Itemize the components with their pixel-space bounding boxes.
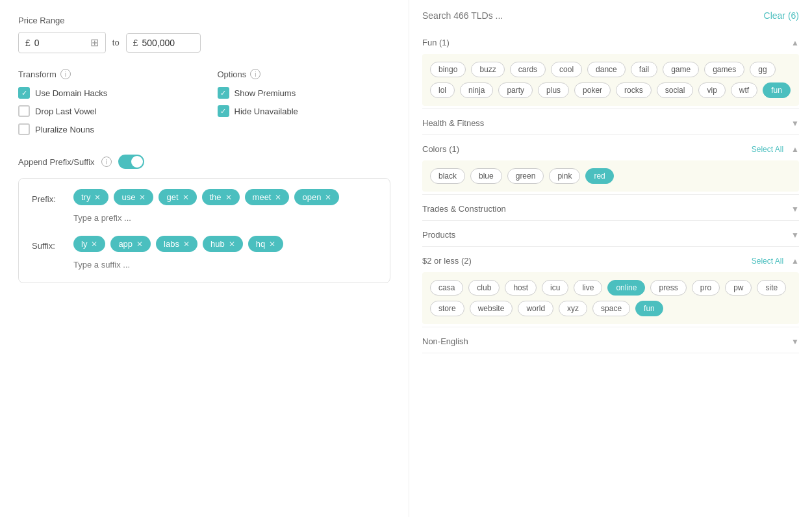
tld-tag-online[interactable]: online (607, 280, 645, 296)
s2orless-select-all-button[interactable]: Select All (752, 257, 783, 266)
tld-section-s2orless-header[interactable]: $2 or less (2) Select All ▲ (422, 249, 799, 272)
grid-icon[interactable]: ⊞ (90, 36, 99, 49)
tld-tag-website[interactable]: website (470, 301, 513, 316)
suffix-tag-labs-remove[interactable]: ✕ (183, 240, 190, 249)
tld-tag-pw[interactable]: pw (725, 280, 752, 296)
tld-tag-cool[interactable]: cool (551, 62, 582, 77)
suffix-tag-hub[interactable]: hub ✕ (203, 236, 243, 252)
tld-tag-poker[interactable]: poker (574, 82, 611, 98)
suffix-tag-hq[interactable]: hq ✕ (248, 236, 283, 252)
prefix-tag-open-remove[interactable]: ✕ (325, 193, 331, 202)
transform-col: Transform i Use Domain Hacks Drop Last V… (18, 69, 192, 142)
suffix-tag-labs[interactable]: labs ✕ (156, 236, 197, 252)
prefix-tag-open[interactable]: open ✕ (294, 189, 339, 205)
checkbox-show-premiums[interactable]: Show Premiums (218, 87, 391, 99)
prefix-suffix-box: Prefix: try ✕ use ✕ get ✕ the ✕ meet ✕ o… (18, 178, 390, 283)
right-panel: Clear (6) Fun (1) ▲ bingo buzz cards coo… (409, 0, 812, 517)
checkbox-drop-vowel-label: Drop Last Vowel (35, 107, 97, 116)
prefix-tag-the-remove[interactable]: ✕ (225, 193, 232, 202)
checkbox-hide-unavailable[interactable]: Hide Unavailable (218, 105, 391, 117)
checkbox-pluralize[interactable]: Pluralize Nouns (18, 123, 192, 135)
suffix-tag-ly[interactable]: ly ✕ (73, 236, 105, 252)
prefix-tag-use[interactable]: use ✕ (114, 189, 153, 205)
tld-tag-club[interactable]: club (468, 280, 500, 296)
transform-info-icon[interactable]: i (60, 69, 71, 79)
tld-tag-casa[interactable]: casa (430, 280, 463, 296)
tld-tag-space[interactable]: space (592, 301, 630, 316)
tld-tag-bingo[interactable]: bingo (430, 62, 466, 77)
prefix-tag-get-remove[interactable]: ✕ (183, 193, 189, 202)
tld-tag-store[interactable]: store (430, 301, 464, 316)
tld-section-health-header[interactable]: Health & Fitness ▼ (422, 112, 799, 134)
tld-section-trades-title: Trades & Construction (422, 204, 506, 214)
tld-tag-wtf[interactable]: wtf (731, 82, 757, 98)
tld-tag-world[interactable]: world (518, 301, 553, 316)
prefix-tag-try-remove[interactable]: ✕ (94, 193, 101, 202)
tld-tag-game[interactable]: game (663, 62, 699, 77)
tld-tag-plus[interactable]: plus (538, 82, 569, 98)
tld-tag-games[interactable]: games (704, 62, 744, 77)
tld-tag-live[interactable]: live (574, 280, 602, 296)
suffix-tag-hub-remove[interactable]: ✕ (229, 240, 235, 249)
tld-tag-social[interactable]: social (657, 82, 694, 98)
checkbox-domain-hacks-box[interactable] (18, 87, 30, 99)
append-info-icon[interactable]: i (101, 157, 112, 167)
suffix-input[interactable] (73, 257, 377, 272)
colors-select-all-button[interactable]: Select All (752, 145, 783, 154)
prefix-input[interactable] (73, 210, 377, 225)
options-info-icon[interactable]: i (250, 69, 260, 79)
tld-tag-pro[interactable]: pro (692, 280, 720, 296)
prefix-tag-use-remove[interactable]: ✕ (139, 193, 146, 202)
tld-tag-green[interactable]: green (507, 168, 544, 184)
prefix-tag-try[interactable]: try ✕ (73, 189, 108, 205)
tld-tag-fun-s2[interactable]: fun (635, 301, 663, 316)
suffix-tag-app-remove[interactable]: ✕ (136, 240, 143, 249)
prefix-tag-get[interactable]: get ✕ (159, 189, 196, 205)
checkbox-drop-vowel[interactable]: Drop Last Vowel (18, 105, 192, 117)
tld-search-input[interactable] (422, 10, 764, 21)
tld-tag-xyz[interactable]: xyz (559, 301, 587, 316)
tld-tag-party[interactable]: party (498, 82, 533, 98)
checkbox-hide-unavailable-label: Hide Unavailable (235, 107, 298, 116)
suffix-tag-app[interactable]: app ✕ (110, 236, 151, 252)
checkbox-hide-unavailable-box[interactable] (218, 105, 229, 117)
append-toggle[interactable] (118, 155, 144, 169)
tld-tag-ninja[interactable]: ninja (460, 82, 493, 98)
clear-button[interactable]: Clear (6) (764, 10, 799, 21)
suffix-tag-hq-remove[interactable]: ✕ (269, 240, 275, 249)
options-header: Options i (218, 69, 391, 79)
prefix-tag-meet-remove[interactable]: ✕ (275, 193, 281, 202)
checkbox-drop-vowel-box[interactable] (18, 105, 30, 117)
transform-options: Transform i Use Domain Hacks Drop Last V… (18, 69, 390, 142)
tld-tag-site[interactable]: site (757, 280, 786, 296)
tld-tag-icu[interactable]: icu (542, 280, 568, 296)
checkbox-domain-hacks[interactable]: Use Domain Hacks (18, 87, 192, 99)
tld-section-non-english-header[interactable]: Non-English ▼ (422, 330, 799, 353)
tld-tag-blue[interactable]: blue (470, 168, 502, 184)
checkbox-pluralize-box[interactable] (18, 123, 30, 135)
tld-tag-lol[interactable]: lol (430, 82, 455, 98)
tld-tag-host[interactable]: host (505, 280, 537, 296)
tld-section-fun-header[interactable]: Fun (1) ▲ (422, 31, 799, 54)
tld-tag-rocks[interactable]: rocks (616, 82, 652, 98)
tld-tag-pink[interactable]: pink (549, 168, 580, 184)
tld-tag-buzz[interactable]: buzz (471, 62, 504, 77)
tld-section-colors-header[interactable]: Colors (1) Select All ▲ (422, 138, 799, 160)
tld-tag-red[interactable]: red (585, 168, 613, 184)
suffix-tag-ly-remove[interactable]: ✕ (91, 240, 97, 249)
tld-tag-cards[interactable]: cards (510, 62, 546, 77)
tld-tag-gg[interactable]: gg (750, 62, 775, 77)
tld-tag-dance[interactable]: dance (587, 62, 626, 77)
tld-tag-fail[interactable]: fail (631, 62, 657, 77)
tld-section-products-header[interactable]: Products ▼ (422, 223, 799, 246)
tld-section-trades-header[interactable]: Trades & Construction ▼ (422, 197, 799, 220)
tld-tag-vip[interactable]: vip (698, 82, 725, 98)
prefix-tag-the[interactable]: the ✕ (202, 189, 240, 205)
price-to-input[interactable] (142, 38, 194, 48)
checkbox-show-premiums-box[interactable] (218, 87, 229, 99)
prefix-tag-meet[interactable]: meet ✕ (245, 189, 290, 205)
tld-tag-black[interactable]: black (430, 168, 465, 184)
tld-tag-press[interactable]: press (650, 280, 686, 296)
tld-tag-fun[interactable]: fun (763, 82, 791, 98)
price-from-input[interactable] (34, 38, 86, 48)
